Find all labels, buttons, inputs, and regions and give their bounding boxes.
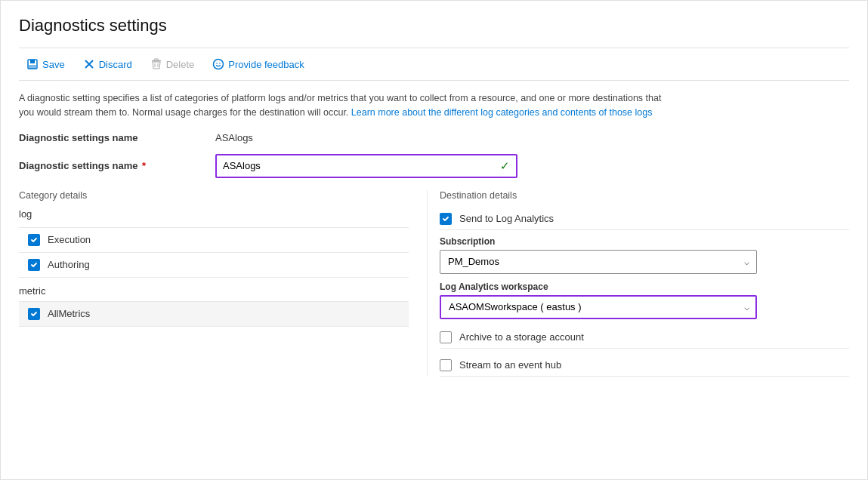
metric-category-group: metric AllMetrics bbox=[19, 285, 409, 327]
svg-point-11 bbox=[219, 63, 221, 64]
destination-details-column: Destination details Send to Log Analytic… bbox=[427, 190, 849, 377]
check-icon bbox=[30, 236, 38, 244]
archive-storage-checkbox[interactable] bbox=[440, 331, 452, 343]
subscription-select[interactable]: PM_Demos bbox=[440, 250, 757, 274]
required-marker: * bbox=[142, 160, 146, 171]
diagnostics-settings-page: Diagnostics settings Save Discard bbox=[0, 0, 868, 480]
settings-name-input-wrapper: ✓ bbox=[215, 154, 517, 178]
settings-name-static-value: ASAlogs bbox=[215, 132, 253, 143]
save-icon bbox=[26, 58, 39, 70]
delete-icon bbox=[150, 58, 162, 70]
subscription-sub-section: Subscription PM_Demos ⌵ bbox=[440, 236, 849, 274]
allmetrics-checkbox[interactable] bbox=[28, 308, 40, 320]
authoring-checkbox[interactable] bbox=[28, 259, 40, 271]
subscription-label: Subscription bbox=[440, 236, 849, 247]
stream-event-hub-row: Stream to an event hub bbox=[440, 355, 849, 377]
send-to-log-analytics-checkbox[interactable] bbox=[440, 213, 452, 225]
check-icon bbox=[442, 215, 449, 223]
svg-rect-1 bbox=[30, 60, 35, 63]
log-workspace-select-wrapper: ASAOMSworkspace ( eastus ) ⌵ bbox=[440, 295, 757, 319]
toolbar: Save Discard Delete bbox=[19, 48, 849, 81]
learn-more-link[interactable]: Learn more about the different log categ… bbox=[351, 107, 653, 118]
save-button[interactable]: Save bbox=[19, 54, 73, 74]
allmetrics-label: AllMetrics bbox=[48, 308, 90, 319]
category-details-column: Category details log Execution bbox=[19, 190, 427, 377]
log-workspace-label: Log Analytics workspace bbox=[440, 282, 849, 292]
send-to-log-analytics-row: Send to Log Analytics bbox=[440, 208, 849, 230]
feedback-label: Provide feedback bbox=[228, 59, 304, 70]
log-workspace-select[interactable]: ASAOMSworkspace ( eastus ) bbox=[440, 295, 757, 319]
subscription-select-wrapper: PM_Demos ⌵ bbox=[440, 250, 757, 274]
authoring-label: Authoring bbox=[48, 259, 90, 270]
destination-section-label: Destination details bbox=[440, 190, 849, 201]
svg-rect-2 bbox=[29, 65, 36, 69]
allmetrics-category-item: AllMetrics bbox=[19, 301, 409, 327]
two-column-layout: Category details log Execution bbox=[19, 190, 849, 377]
authoring-category-item: Authoring bbox=[19, 252, 409, 278]
settings-name-static-row: Diagnostic settings name ASAlogs bbox=[19, 132, 849, 143]
svg-point-9 bbox=[214, 60, 224, 69]
page-title: Diagnostics settings bbox=[19, 16, 849, 35]
description-block: A diagnostic setting specifies a list of… bbox=[19, 91, 676, 120]
stream-event-hub-checkbox[interactable] bbox=[440, 359, 452, 371]
discard-button[interactable]: Discard bbox=[76, 54, 140, 74]
check-icon bbox=[30, 261, 38, 269]
log-category-group: log Execution Authoring bbox=[19, 208, 409, 278]
log-workspace-sub-section: Log Analytics workspace ASAOMSworkspace … bbox=[440, 282, 849, 319]
feedback-icon bbox=[212, 58, 224, 70]
form-name-label: Diagnostic settings name * bbox=[19, 160, 215, 171]
category-section-label: Category details bbox=[19, 190, 409, 201]
stream-event-hub-label: Stream to an event hub bbox=[459, 359, 561, 371]
execution-checkbox[interactable] bbox=[28, 234, 40, 246]
form-name-row: Diagnostic settings name * ✓ bbox=[19, 154, 849, 178]
execution-label: Execution bbox=[48, 234, 91, 245]
svg-point-10 bbox=[216, 63, 218, 64]
check-icon bbox=[30, 310, 38, 318]
archive-storage-row: Archive to a storage account bbox=[440, 327, 849, 349]
delete-label: Delete bbox=[166, 59, 195, 70]
settings-name-static-label: Diagnostic settings name bbox=[19, 132, 215, 143]
send-to-log-analytics-label: Send to Log Analytics bbox=[459, 213, 554, 224]
svg-rect-6 bbox=[152, 60, 161, 62]
log-group-title: log bbox=[19, 208, 409, 223]
valid-checkmark-icon: ✓ bbox=[500, 159, 516, 173]
svg-rect-5 bbox=[154, 59, 159, 60]
execution-category-item: Execution bbox=[19, 227, 409, 252]
save-label: Save bbox=[42, 59, 65, 70]
archive-storage-label: Archive to a storage account bbox=[459, 331, 584, 343]
settings-name-input[interactable] bbox=[217, 156, 500, 175]
delete-button[interactable]: Delete bbox=[143, 54, 202, 74]
feedback-button[interactable]: Provide feedback bbox=[205, 54, 311, 74]
discard-icon bbox=[83, 58, 95, 70]
metric-group-title: metric bbox=[19, 285, 409, 297]
discard-label: Discard bbox=[99, 59, 132, 70]
